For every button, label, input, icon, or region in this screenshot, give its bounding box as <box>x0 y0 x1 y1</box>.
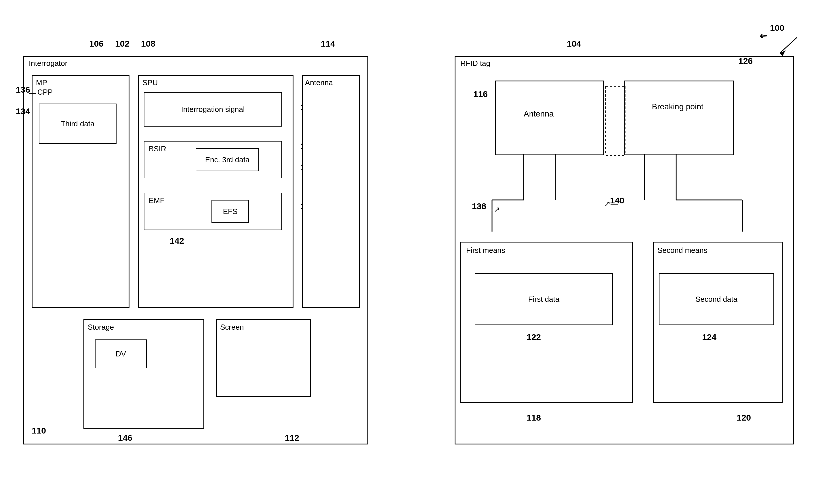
arrow-140: ↗— <box>604 199 618 208</box>
antenna-label-interrogator: Antenna <box>305 78 333 87</box>
dv-box: DV <box>95 339 147 368</box>
bsir-box: BSIR Enc. 3rd data <box>144 141 282 178</box>
diagram-container: 100 ↗ Interrogator 106 MP 102 CPP 136 — … <box>0 0 816 504</box>
rfid-tag-label: RFID tag <box>460 59 490 68</box>
emf-box: EMF EFS <box>144 193 282 230</box>
second-data-text: Second data <box>695 295 737 304</box>
ref-108: 108 <box>141 39 155 49</box>
breaking-point-block <box>624 81 734 155</box>
ref-146: 146 <box>118 433 132 443</box>
ref-122: 122 <box>527 332 541 342</box>
first-data-box: First data <box>475 273 613 325</box>
svg-marker-1 <box>780 50 786 56</box>
ref-116: 116 <box>473 89 488 99</box>
svg-line-0 <box>780 37 797 53</box>
ref-142: 142 <box>170 236 184 246</box>
spu-label: SPU <box>142 78 158 87</box>
third-data-box: Third data <box>39 104 117 144</box>
first-data-text: First data <box>528 295 559 304</box>
ref-114: 114 <box>321 39 335 49</box>
dv-text: DV <box>116 350 126 358</box>
ref-118: 118 <box>527 413 541 423</box>
ref-134: 134 <box>16 106 30 116</box>
interrogation-signal-text: Interrogation signal <box>181 105 245 114</box>
storage-block <box>83 319 204 429</box>
efs-box: EFS <box>211 200 249 223</box>
screen-label: Screen <box>220 323 244 332</box>
cpp-label: CPP <box>37 88 53 97</box>
enc-3rd-data-text: Enc. 3rd data <box>205 155 250 164</box>
second-data-box: Second data <box>659 273 774 325</box>
efs-text: EFS <box>223 207 238 216</box>
ref-110: 110 <box>32 426 46 436</box>
antenna-block-interrogator <box>302 75 360 308</box>
interrogation-signal-box: Interrogation signal <box>144 92 282 127</box>
interrogator-label: Interrogator <box>29 59 67 68</box>
first-means-label: First means <box>466 246 505 255</box>
storage-label: Storage <box>88 323 114 332</box>
ref-138: 138 <box>472 201 486 211</box>
enc-3rd-data-box: Enc. 3rd data <box>196 148 259 171</box>
mp-label: MP <box>36 78 47 87</box>
arrow-134: — <box>29 110 36 119</box>
third-data-text: Third data <box>61 119 94 128</box>
ref-120: 120 <box>737 413 751 423</box>
ref-126: 126 <box>738 56 753 66</box>
ref-102: 102 <box>115 39 129 49</box>
ref-104: 104 <box>567 39 581 49</box>
figure-number: 100 <box>770 23 784 33</box>
emf-label: EMF <box>149 196 165 205</box>
ref-136: 136 <box>16 85 30 95</box>
arrow-136: — <box>29 89 36 98</box>
second-means-label: Second means <box>657 246 707 255</box>
figure-arrow: ↗ <box>757 30 770 43</box>
rfid-antenna-label: Antenna <box>524 109 554 119</box>
arrow-138: —↗ <box>486 205 500 214</box>
ref-106: 106 <box>89 39 104 49</box>
ref-124: 124 <box>702 332 716 342</box>
breaking-point-label: Breaking point <box>642 102 714 111</box>
ref-112: 112 <box>285 433 299 443</box>
bsir-label: BSIR <box>149 144 166 153</box>
